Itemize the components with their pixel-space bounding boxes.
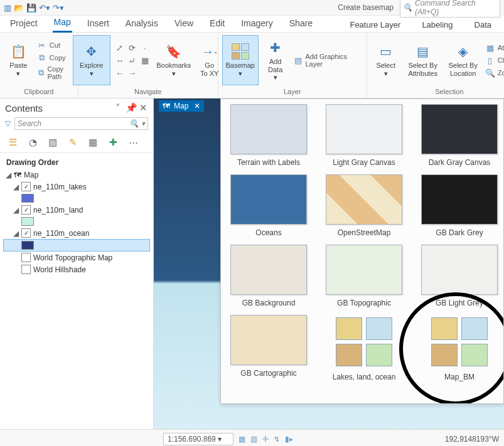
undo-icon[interactable]: ↶▾ bbox=[39, 3, 50, 13]
contents-toolbar: ☰ ◔ ▧ ✎ ▦ ✚ ⋯ bbox=[0, 134, 153, 153]
swatch bbox=[21, 241, 34, 250]
copy-icon: ⧉ bbox=[37, 53, 47, 63]
command-search[interactable]: 🔍 Command Search (Alt+Q) bbox=[400, 0, 500, 18]
tree-layer[interactable]: ◢✓ne_110m_land bbox=[4, 204, 149, 216]
add-graphics-layer-button[interactable]: ▧Add Graphics Layer bbox=[292, 52, 363, 68]
group-navigate: Navigate bbox=[134, 87, 161, 98]
map-tab[interactable]: 🗺 Map ✕ bbox=[159, 100, 204, 112]
bookmarks-button[interactable]: 🔖Bookmarks▾ bbox=[154, 36, 193, 85]
tree-symbol[interactable] bbox=[4, 216, 149, 227]
pane-pin-icon[interactable]: 📌 bbox=[126, 102, 136, 114]
map-tab-icon: 🗺 bbox=[163, 102, 170, 110]
basemap-terrain-labels[interactable]: Terrain with Labels bbox=[228, 104, 309, 167]
basemap-oceans[interactable]: Oceans bbox=[228, 174, 309, 237]
group-selection: Selection bbox=[435, 87, 463, 98]
group-layer: Layer bbox=[284, 87, 301, 98]
pane-close-icon[interactable]: ✕ bbox=[138, 102, 148, 114]
basemap-map-bm[interactable]: Map_BM bbox=[419, 315, 500, 381]
search-icon: 🔍 bbox=[129, 119, 139, 128]
redo-icon[interactable]: ↷▾ bbox=[53, 3, 64, 13]
basemap-button[interactable]: Basemap▾ bbox=[222, 35, 259, 85]
ctx-labeling[interactable]: Labeling bbox=[418, 18, 456, 32]
list-selection-icon[interactable]: ▧ bbox=[46, 136, 59, 149]
select-by-location-button[interactable]: ◈Select By Location bbox=[445, 36, 481, 85]
tree-layer[interactable]: ◢✓ne_110m_ocean bbox=[4, 227, 149, 239]
basemap-dark-gray[interactable]: Dark Gray Canvas bbox=[419, 104, 500, 167]
status-correction-icon[interactable]: ↯ bbox=[274, 435, 280, 443]
copy-path-button[interactable]: ⧉Copy Path bbox=[36, 65, 74, 81]
contents-search[interactable]: Search 🔍▾ bbox=[14, 117, 148, 130]
basemap-gb-light[interactable]: GB Light Grey bbox=[419, 245, 500, 307]
tab-insert[interactable]: Insert bbox=[86, 16, 110, 32]
map-tab-label: Map bbox=[174, 102, 188, 110]
checkbox[interactable]: ✓ bbox=[21, 205, 31, 215]
group-clipboard: Clipboard bbox=[24, 87, 53, 98]
layer-tree: ◢🗺Map ◢✓ne_110m_lakes ◢✓ne_110m_land ◢✓n… bbox=[0, 169, 153, 279]
cut-button[interactable]: ✂Cut bbox=[36, 40, 74, 51]
list-drawing-order-icon[interactable]: ☰ bbox=[6, 136, 19, 149]
checkbox[interactable] bbox=[21, 253, 31, 262]
select-button[interactable]: ▭Select▾ bbox=[371, 36, 401, 85]
tab-view[interactable]: View bbox=[173, 16, 195, 32]
add-data-button[interactable]: ✚Add Data▾ bbox=[261, 36, 290, 85]
tree-layer[interactable]: ◢World Topographic Map bbox=[4, 252, 149, 263]
tab-map[interactable]: Map bbox=[53, 14, 72, 33]
tree-layer[interactable]: ◢✓ne_110m_lakes bbox=[4, 181, 149, 193]
tree-layer[interactable]: ◢World Hillshade bbox=[4, 263, 149, 275]
checkbox[interactable]: ✓ bbox=[21, 182, 31, 191]
tree-symbol[interactable] bbox=[4, 193, 149, 204]
tab-share[interactable]: Share bbox=[288, 16, 314, 32]
basemap-gb-cartographic[interactable]: GB Cartographic bbox=[228, 315, 309, 381]
graphics-layer-icon: ▧ bbox=[294, 55, 303, 65]
checkbox[interactable] bbox=[21, 265, 31, 274]
create-basemap-link[interactable]: Create basemap bbox=[338, 3, 394, 12]
paste-button[interactable]: 📋Paste▾ bbox=[4, 36, 33, 85]
list-editing-icon[interactable]: ✎ bbox=[67, 136, 79, 149]
tab-project[interactable]: Project bbox=[9, 16, 39, 32]
open-icon[interactable]: 📂 bbox=[14, 3, 24, 13]
filter-icon[interactable]: ▽ bbox=[5, 119, 11, 128]
ctx-data[interactable]: Data bbox=[471, 18, 495, 32]
basemap-gallery: Terrain with Labels Light Gray Canvas Da… bbox=[220, 98, 504, 404]
tab-edit[interactable]: Edit bbox=[208, 16, 226, 32]
list-source-icon[interactable]: ◔ bbox=[26, 136, 39, 149]
attributes-button[interactable]: ▦Attributes bbox=[484, 42, 504, 53]
status-constraints-icon[interactable]: ✛ bbox=[262, 435, 269, 443]
close-icon[interactable]: ✕ bbox=[192, 102, 202, 110]
nav-tools[interactable]: ⤢⟳·↔⤾▦←→ bbox=[114, 42, 151, 78]
tab-analysis[interactable]: Analysis bbox=[124, 16, 159, 32]
select-by-attributes-button[interactable]: ▤Select By Attributes bbox=[404, 36, 442, 85]
basemap-lakes-land-ocean[interactable]: Lakes, land, ocean bbox=[324, 315, 404, 381]
basemap-osm[interactable]: OpenStreetMap bbox=[324, 174, 404, 237]
tree-symbol[interactable] bbox=[3, 239, 150, 252]
ctx-feature-layer[interactable]: Feature Layer bbox=[346, 18, 404, 32]
tree-map-node[interactable]: ◢🗺Map bbox=[4, 169, 149, 181]
basemap-gb-background[interactable]: GB Background bbox=[228, 245, 309, 307]
scale-input[interactable]: 1:156.690.869 ▾ bbox=[163, 433, 233, 445]
list-more-icon[interactable]: ⋯ bbox=[127, 136, 139, 149]
list-snapping-icon[interactable]: ▦ bbox=[87, 136, 99, 149]
basemap-gb-topographic[interactable]: GB Topographic bbox=[324, 245, 404, 307]
basemap-light-gray[interactable]: Light Gray Canvas bbox=[324, 104, 404, 167]
new-project-icon[interactable]: ▥ bbox=[4, 3, 11, 13]
status-snap-icon[interactable]: ▥ bbox=[250, 435, 257, 443]
status-pause-icon[interactable]: ▮▸ bbox=[285, 435, 293, 443]
contents-search-placeholder: Search bbox=[18, 119, 41, 128]
save-icon[interactable]: 💾 bbox=[26, 3, 36, 13]
copy-button[interactable]: ⧉Copy bbox=[36, 52, 74, 63]
swatch bbox=[21, 217, 34, 226]
checkbox[interactable]: ✓ bbox=[21, 228, 31, 238]
list-labeling-icon[interactable]: ✚ bbox=[107, 136, 119, 149]
swatch bbox=[21, 194, 34, 203]
status-grid-icon[interactable]: ▦ bbox=[239, 435, 245, 443]
map-icon: 🗺 bbox=[14, 171, 21, 179]
explore-button[interactable]: ✥Explore▾ bbox=[73, 35, 110, 85]
drawing-order-heading: Drawing Order bbox=[0, 153, 153, 169]
tab-imagery[interactable]: Imagery bbox=[240, 16, 274, 32]
map-view[interactable]: 🗺 Map ✕ Terrain with Labels Light Gray C… bbox=[154, 98, 504, 429]
clear-button[interactable]: ▯Clear bbox=[484, 55, 504, 66]
basemap-gb-dark[interactable]: GB Dark Grey bbox=[419, 174, 500, 237]
attributes-icon: ▦ bbox=[485, 43, 495, 53]
zoom-to-button[interactable]: 🔍Zoom To bbox=[484, 67, 504, 78]
pane-menu-icon[interactable]: ˅ bbox=[113, 102, 123, 114]
